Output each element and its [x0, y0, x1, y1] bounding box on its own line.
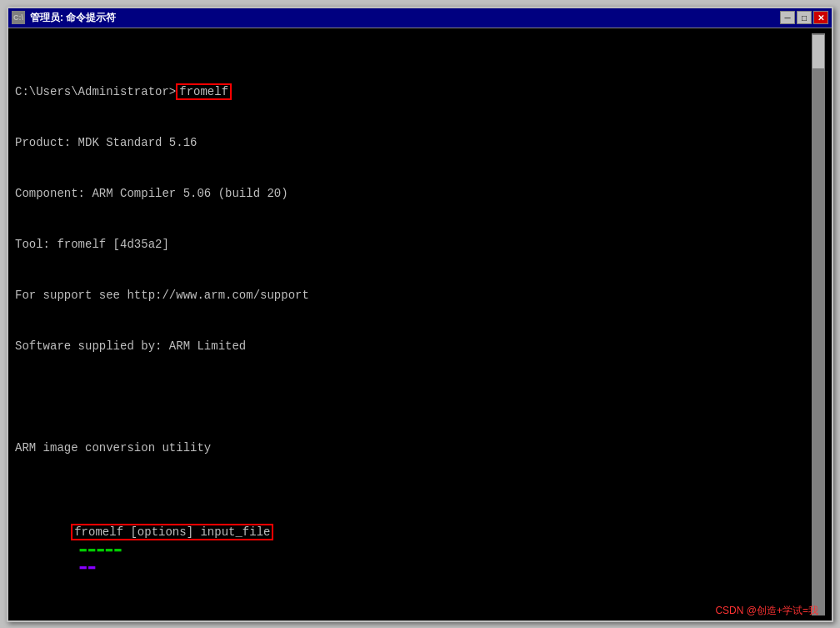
- minimize-button[interactable]: ─: [780, 11, 795, 24]
- line-1: C:\Users\Administrator>fromelf: [15, 83, 812, 100]
- line-9: fromelf [options] input_file ▬▬▬▬▬ ▬▬: [15, 507, 812, 591]
- line-4: Tool: fromelf [4d35a2]: [15, 236, 812, 253]
- line-5: For support see http://www.arm.com/suppo…: [15, 287, 812, 304]
- line-2: Product: MDK Standard 5.16: [15, 134, 812, 151]
- console-area: C:\Users\Administrator>fromelf Product: …: [8, 28, 832, 620]
- titlebar: C:\ 管理员: 命令提示符 ─ □ ✕: [8, 8, 832, 28]
- window-icon: C:\: [12, 11, 25, 24]
- line-6: Software supplied by: ARM Limited: [15, 338, 812, 354]
- maximize-button[interactable]: □: [797, 11, 812, 24]
- close-button[interactable]: ✕: [813, 11, 828, 24]
- scrollbar[interactable]: [812, 33, 825, 615]
- titlebar-buttons: ─ □ ✕: [780, 11, 828, 24]
- console-output[interactable]: C:\Users\Administrator>fromelf Product: …: [15, 33, 812, 615]
- purple-dashes: ▬▬: [71, 560, 97, 573]
- window-title: 管理员: 命令提示符: [30, 11, 780, 25]
- cmd-window: C:\ 管理员: 命令提示符 ─ □ ✕ C:\Users\Administra…: [7, 7, 833, 622]
- syntax-highlight: fromelf [options] input_file: [71, 524, 273, 540]
- line-8: ARM image conversion utility: [15, 440, 812, 456]
- cmd-highlight: fromelf: [176, 83, 232, 100]
- line-3: Component: ARM Compiler 5.06 (build 20): [15, 185, 812, 202]
- line-7: [15, 389, 812, 405]
- green-dashes: ▬▬▬▬▬: [71, 542, 122, 555]
- scrollbar-thumb[interactable]: [812, 35, 824, 68]
